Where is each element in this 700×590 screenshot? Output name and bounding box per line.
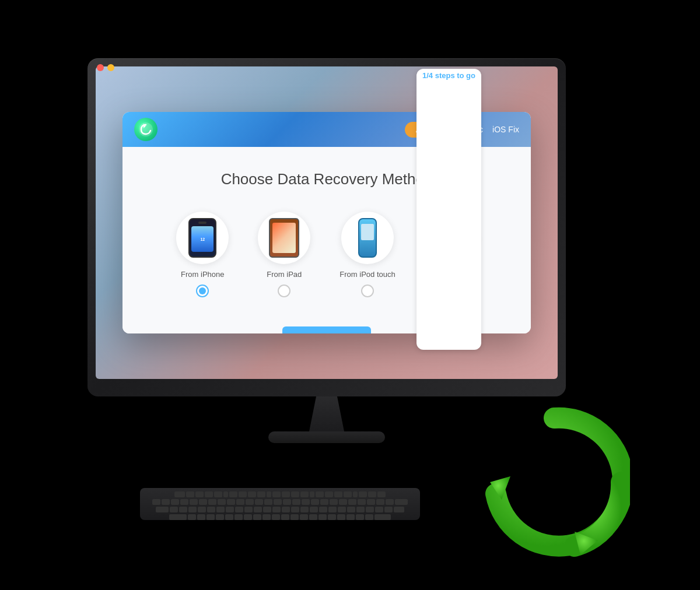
monitor-bezel: Activate Sync iOS Fix Choose Data Recove…	[88, 58, 566, 396]
ipod-radio[interactable]	[361, 285, 374, 297]
iphone-icon: 12	[188, 218, 216, 258]
option-ipad[interactable]: From iPad	[258, 212, 310, 297]
monitor: Activate Sync iOS Fix Choose Data Recove…	[88, 58, 566, 443]
ipod-label: From iPod touch	[340, 270, 395, 279]
iphone-radio-dot	[199, 287, 206, 294]
monitor-stand-neck	[309, 396, 344, 431]
minimize-dot	[107, 64, 114, 71]
ipad-label: From iPad	[267, 270, 302, 279]
monitor-stand-base	[268, 431, 385, 443]
close-dot	[97, 64, 104, 71]
option-iphone[interactable]: 12 From iPhone	[176, 212, 229, 297]
ipad-icon-wrap	[258, 212, 310, 264]
recycle-arrow-icon	[478, 406, 630, 558]
ipod-icon	[358, 218, 377, 258]
next-button[interactable]: Next	[282, 326, 372, 333]
ipad-screen	[272, 223, 296, 253]
page-title: Choose Data Recovery Method	[221, 170, 433, 188]
option-ipod[interactable]: From iPod touch	[340, 212, 395, 297]
ios-fix-link[interactable]: iOS Fix	[492, 125, 519, 134]
iphone-label: From iPhone	[181, 270, 224, 279]
app-logo	[134, 118, 158, 141]
window-controls	[97, 64, 114, 71]
keyboard	[140, 488, 420, 520]
ipod-screen	[361, 224, 374, 240]
ipod-icon-wrap	[341, 212, 394, 264]
scene: Activate Sync iOS Fix Choose Data Recove…	[0, 0, 700, 590]
iphone-icon-wrap: 12	[176, 212, 229, 264]
ipad-icon	[269, 218, 299, 258]
screen: Activate Sync iOS Fix Choose Data Recove…	[96, 66, 558, 379]
macos-desktop: Activate Sync iOS Fix Choose Data Recove…	[96, 66, 558, 379]
steps-badge: 1/4 steps to go	[416, 69, 481, 350]
iphone-radio[interactable]	[196, 285, 209, 297]
ipad-radio[interactable]	[278, 285, 290, 297]
iphone-screen: 12	[191, 226, 214, 252]
